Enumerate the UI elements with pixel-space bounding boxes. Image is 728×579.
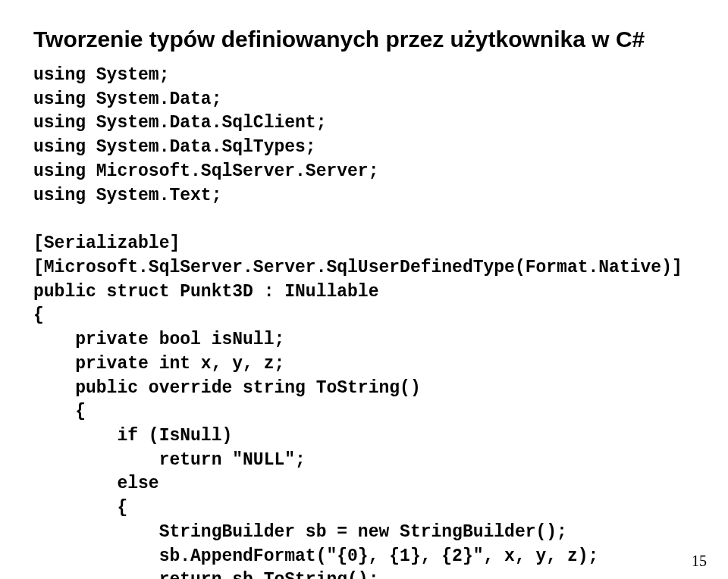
code-line: [Microsoft.SqlServer.Server.SqlUserDefin…: [33, 258, 682, 277]
code-block: using System; using System.Data; using S…: [33, 64, 698, 579]
code-line: private bool isNull;: [33, 330, 284, 349]
code-line: public struct Punkt3D : INullable: [33, 282, 378, 302]
page-number: 15: [692, 552, 707, 570]
code-line: private int x, y, z;: [33, 354, 284, 374]
code-line: using Microsoft.SqlServer.Server;: [33, 161, 378, 181]
code-line: if (IsNull): [33, 426, 232, 446]
code-line: return sb.ToString();: [33, 570, 378, 579]
code-line: {: [33, 498, 127, 518]
code-line: public override string ToString(): [33, 378, 421, 398]
code-line: return "NULL";: [33, 450, 306, 470]
code-line: using System.Data.SqlClient;: [33, 113, 326, 133]
code-line: using System.Data;: [33, 89, 221, 109]
slide-title: Tworzenie typów definiowanych przez użyt…: [33, 26, 698, 53]
code-line: {: [33, 305, 44, 325]
code-line: StringBuilder sb = new StringBuilder();: [33, 522, 567, 542]
code-line: {: [33, 402, 86, 421]
code-line: using System;: [33, 65, 169, 85]
code-line: sb.AppendFormat("{0}, {1}, {2}", x, y, z…: [33, 546, 598, 566]
code-line: [Serializable]: [33, 233, 180, 253]
code-line: using System.Data.SqlTypes;: [33, 137, 316, 157]
code-line: using System.Text;: [33, 186, 221, 205]
code-line: else: [33, 474, 159, 493]
